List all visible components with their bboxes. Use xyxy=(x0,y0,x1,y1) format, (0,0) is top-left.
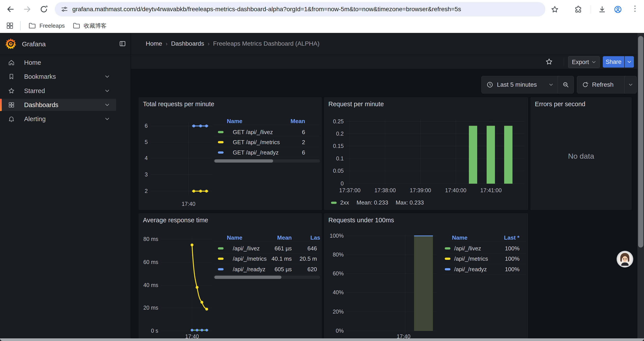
table-row[interactable]: GET /api/_/metrics2 xyxy=(214,139,320,146)
table-separator xyxy=(214,241,320,241)
screen: grafana.mathmast.com/d/deytv4rwavabkb/fr… xyxy=(0,0,644,341)
table-row[interactable]: GET /api/_/livez6 xyxy=(214,129,320,135)
sidebar-item-dashboards[interactable]: Dashboards xyxy=(2,99,116,111)
breadcrumb-home[interactable]: Home xyxy=(146,40,162,47)
profile-button[interactable] xyxy=(614,5,622,14)
time-range-picker[interactable]: Last 5 minutes xyxy=(482,76,558,93)
panel-toggle-icon xyxy=(119,40,126,47)
apps-icon xyxy=(8,101,15,108)
url-text[interactable]: grafana.mathmast.com/d/deytv4rwavabkb/fr… xyxy=(72,6,461,13)
svg-text:17:40: 17:40 xyxy=(397,333,410,339)
series-color-pill xyxy=(445,247,450,249)
browser-forward-button[interactable] xyxy=(23,5,32,14)
refresh-icon xyxy=(582,81,588,88)
back-icon xyxy=(6,5,15,14)
svg-text:0.2: 0.2 xyxy=(336,131,344,137)
share-label: Share xyxy=(606,59,622,65)
legend-column-header[interactable]: Las xyxy=(310,234,320,241)
series-color-pill xyxy=(445,258,450,260)
zoom-out-time-button[interactable] xyxy=(558,76,574,93)
chevron-down-icon xyxy=(592,60,596,64)
legend-column-header[interactable]: Name xyxy=(227,234,242,241)
svg-text:60%: 60% xyxy=(333,270,344,276)
site-settings-button[interactable] xyxy=(60,5,68,13)
svg-text:17:39:00: 17:39:00 xyxy=(410,187,431,193)
table-separator xyxy=(214,274,320,274)
legend-column-header[interactable]: Name xyxy=(452,234,468,241)
sidebar-item-bookmarks[interactable]: Bookmarks xyxy=(2,71,116,83)
refresh-interval-button[interactable] xyxy=(624,76,636,93)
profile-icon xyxy=(614,5,622,14)
floating-assistant-avatar[interactable] xyxy=(616,250,634,268)
breadcrumb-separator: › xyxy=(204,40,213,47)
series-color-pill xyxy=(218,247,224,249)
sidebar-item-alerting[interactable]: Alerting xyxy=(2,113,116,125)
brand-name: Grafana xyxy=(22,40,46,48)
svg-text:40%: 40% xyxy=(333,289,344,295)
apps-shortcut-button[interactable] xyxy=(6,22,14,30)
grafana-header: Grafana Home › Dashboards › Freeleaps Me… xyxy=(0,33,644,55)
apps-grid-icon xyxy=(6,22,14,30)
download-icon xyxy=(598,5,606,14)
address-bar[interactable]: grafana.mathmast.com/d/deytv4rwavabkb/fr… xyxy=(55,2,545,17)
home-icon xyxy=(8,59,15,66)
share-menu-button[interactable] xyxy=(625,56,634,68)
legend-mean: Mean: 0.233 xyxy=(356,199,388,206)
export-label: Export xyxy=(572,59,589,66)
bookmark-page-button[interactable] xyxy=(550,5,559,14)
legend-column-header[interactable]: Name xyxy=(227,118,242,125)
panel-title[interactable]: Errors per second xyxy=(535,101,586,108)
legend-series-name[interactable]: 2xx xyxy=(340,199,349,206)
sidebar: HomeBookmarksStarredDashboardsAlerting xyxy=(0,55,131,341)
browser-menu-button[interactable]: ⋮ xyxy=(631,4,639,13)
panel-average-response-time: Average response time 80 ms60 ms40 ms20 … xyxy=(139,213,322,339)
request-per-minute-chart[interactable]: 0.250.20.150.10.05017:37:0017:38:0017:39… xyxy=(324,97,528,210)
star-icon xyxy=(550,5,559,14)
star-icon xyxy=(545,58,553,66)
downloads-button[interactable] xyxy=(598,5,606,14)
time-range-label: Last 5 minutes xyxy=(497,81,537,88)
browser-reload-button[interactable] xyxy=(40,5,48,14)
panel-errors-per-second: Errors per second No data xyxy=(531,97,632,210)
page-scrollbar-thumb[interactable] xyxy=(638,36,643,247)
sidebar-item-starred[interactable]: Starred xyxy=(2,85,116,97)
bookmark-folder-blogs[interactable]: 收藏博客 xyxy=(72,22,106,30)
grafana-logo[interactable] xyxy=(6,38,16,50)
table-row[interactable]: /api/_/readyz605 µs620 xyxy=(214,266,320,272)
breadcrumb-dashboards[interactable]: Dashboards xyxy=(171,40,204,47)
browser-back-button[interactable] xyxy=(6,5,15,14)
chevron-down-icon xyxy=(105,88,110,93)
table-scrollbar-thumb[interactable] xyxy=(214,276,282,279)
assistant-avatar-image xyxy=(616,250,634,268)
toolbar-divider xyxy=(591,5,591,14)
series-value: 100% xyxy=(505,245,520,252)
table-row[interactable]: /api/_/livez661 µs646 xyxy=(214,245,320,252)
legend-column-header[interactable]: Last * xyxy=(504,234,520,241)
chevron-down-icon xyxy=(105,74,110,79)
table-row[interactable]: /api/_/livez100% xyxy=(442,245,526,252)
dock-menu-toggle[interactable] xyxy=(119,40,126,47)
extensions-button[interactable] xyxy=(574,5,582,14)
bookmark-folder-freeleaps[interactable]: Freeleaps xyxy=(28,22,65,30)
bookmark-icon xyxy=(8,73,15,80)
export-button[interactable]: Export xyxy=(568,56,600,68)
table-row[interactable]: GET /api/_/readyz6 xyxy=(214,149,320,156)
svg-text:0.15: 0.15 xyxy=(333,143,344,149)
sidebar-item-label: Alerting xyxy=(24,115,46,123)
table-row[interactable]: /api/_/metrics100% xyxy=(442,255,526,262)
bookmarks-bar: Freeleaps 收藏博客 xyxy=(0,19,644,33)
sidebar-item-label: Bookmarks xyxy=(24,73,56,80)
legend-column-header[interactable]: Mean xyxy=(277,234,292,241)
share-button[interactable]: Share xyxy=(603,56,624,68)
series-value: 605 µs xyxy=(274,266,292,273)
refresh-button[interactable]: Refresh xyxy=(577,76,624,93)
legend-column-header[interactable]: Mean xyxy=(291,118,305,125)
star-dashboard-button[interactable] xyxy=(545,58,553,66)
table-row[interactable]: /api/_/metrics40.1 ms20.5 m xyxy=(214,255,320,262)
table-row[interactable]: /api/_/readyz100% xyxy=(442,266,526,272)
bookmarks-divider xyxy=(20,21,20,30)
legend-table: NameMeanGET /api/_/livez6GET /api/_/metr… xyxy=(214,97,320,210)
sidebar-item-home[interactable]: Home xyxy=(2,56,116,69)
zoom-out-icon xyxy=(562,81,569,88)
table-scrollbar-thumb[interactable] xyxy=(214,159,273,163)
